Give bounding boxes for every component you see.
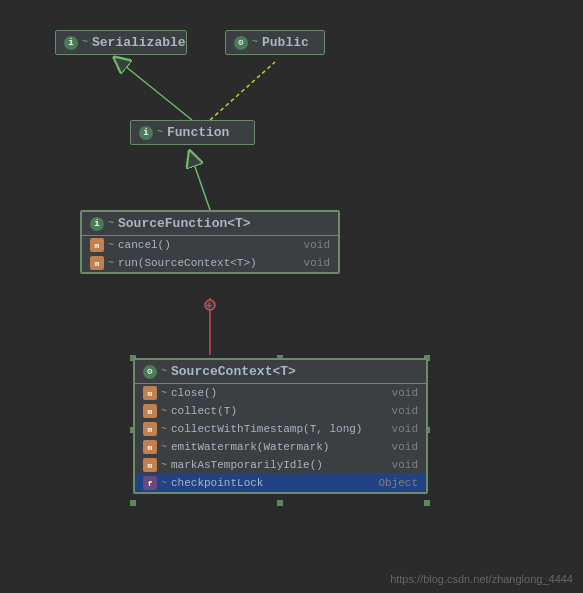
function-type-icon: i bbox=[139, 126, 153, 140]
sourcecontext-method-emit[interactable]: m ~ emitWatermark(Watermark) void bbox=[135, 438, 426, 456]
function-name: Function bbox=[167, 125, 229, 140]
sourcefunction-type-icon: i bbox=[90, 217, 104, 231]
diagram-container: + i ~ Serializable ⚙ ~ Public i ~ Functi… bbox=[0, 0, 583, 593]
sourcefunction-method-cancel[interactable]: m ~ cancel() void bbox=[82, 236, 338, 254]
function-header: i ~ Function bbox=[131, 121, 254, 144]
svg-point-6 bbox=[205, 300, 215, 310]
collectts-vis-icon: ~ bbox=[161, 424, 167, 435]
sourcefunction-header: i ~ SourceFunction<T> bbox=[82, 212, 338, 236]
svg-line-3 bbox=[210, 62, 275, 120]
checkpoint-field-name: checkpointLock bbox=[171, 477, 374, 489]
sourcefunction-vis-icon: ~ bbox=[108, 218, 114, 229]
serializable-vis-icon: ~ bbox=[82, 37, 88, 48]
close-vis-icon: ~ bbox=[161, 388, 167, 399]
function-class: i ~ Function bbox=[130, 120, 255, 145]
sourcecontext-method-collectts[interactable]: m ~ collectWithTimestamp(T, long) void bbox=[135, 420, 426, 438]
collectts-method-name: collectWithTimestamp(T, long) bbox=[171, 423, 388, 435]
serializable-name: Serializable bbox=[92, 35, 186, 50]
svg-line-2 bbox=[120, 62, 192, 120]
connections-svg: + bbox=[0, 0, 583, 593]
sourcecontext-name: SourceContext<T> bbox=[171, 364, 296, 379]
sourcefunction-name: SourceFunction<T> bbox=[118, 216, 251, 231]
emit-vis-icon: ~ bbox=[161, 442, 167, 453]
serializable-class: i ~ Serializable bbox=[55, 30, 187, 55]
close-method-type: void bbox=[392, 387, 418, 399]
watermark: https://blog.csdn.net/zhanglong_4444 bbox=[390, 573, 573, 585]
checkpoint-vis-icon: ~ bbox=[161, 478, 167, 489]
sourcecontext-header: ⚙ ~ SourceContext<T> bbox=[135, 360, 426, 384]
mark-vis-icon: ~ bbox=[161, 460, 167, 471]
mark-method-name: markAsTemporarilyIdle() bbox=[171, 459, 388, 471]
sourcecontext-vis-icon: ~ bbox=[161, 366, 167, 377]
cancel-method-name: cancel() bbox=[118, 239, 300, 251]
serializable-type-icon: i bbox=[64, 36, 78, 50]
sourcefunction-method-run[interactable]: m ~ run(SourceContext<T>) void bbox=[82, 254, 338, 272]
run-method-icon: m bbox=[90, 256, 104, 270]
sourcecontext-method-collect[interactable]: m ~ collect(T) void bbox=[135, 402, 426, 420]
collect-method-icon: m bbox=[143, 404, 157, 418]
public-type-icon: ⚙ bbox=[234, 36, 248, 50]
collect-vis-icon: ~ bbox=[161, 406, 167, 417]
run-method-type: void bbox=[304, 257, 330, 269]
public-header: ⚙ ~ Public bbox=[226, 31, 324, 54]
collectts-method-icon: m bbox=[143, 422, 157, 436]
cancel-vis-icon: ~ bbox=[108, 240, 114, 251]
collectts-method-type: void bbox=[392, 423, 418, 435]
checkpoint-field-type: Object bbox=[378, 477, 418, 489]
sourcecontext-method-close[interactable]: m ~ close() void bbox=[135, 384, 426, 402]
run-vis-icon: ~ bbox=[108, 258, 114, 269]
public-name: Public bbox=[262, 35, 309, 50]
emit-method-icon: m bbox=[143, 440, 157, 454]
emit-method-type: void bbox=[392, 441, 418, 453]
emit-method-name: emitWatermark(Watermark) bbox=[171, 441, 388, 453]
sourcecontext-type-icon: ⚙ bbox=[143, 365, 157, 379]
serializable-header: i ~ Serializable bbox=[56, 31, 186, 54]
svg-line-4 bbox=[192, 158, 210, 210]
checkpoint-field-icon: f bbox=[143, 476, 157, 490]
sourcecontext-method-mark[interactable]: m ~ markAsTemporarilyIdle() void bbox=[135, 456, 426, 474]
sourcecontext-class: ⚙ ~ SourceContext<T> m ~ close() void m … bbox=[133, 358, 428, 494]
collect-method-type: void bbox=[392, 405, 418, 417]
svg-rect-11 bbox=[130, 500, 136, 506]
sourcefunction-class: i ~ SourceFunction<T> m ~ cancel() void … bbox=[80, 210, 340, 274]
function-vis-icon: ~ bbox=[157, 127, 163, 138]
collect-method-name: collect(T) bbox=[171, 405, 388, 417]
public-class: ⚙ ~ Public bbox=[225, 30, 325, 55]
close-method-icon: m bbox=[143, 386, 157, 400]
svg-text:+: + bbox=[206, 301, 212, 312]
svg-rect-12 bbox=[424, 500, 430, 506]
public-vis-icon: ~ bbox=[252, 37, 258, 48]
mark-method-icon: m bbox=[143, 458, 157, 472]
mark-method-type: void bbox=[392, 459, 418, 471]
sourcecontext-field-checkpointlock[interactable]: f ~ checkpointLock Object bbox=[135, 474, 426, 492]
cancel-method-type: void bbox=[304, 239, 330, 251]
svg-rect-13 bbox=[277, 500, 283, 506]
run-method-name: run(SourceContext<T>) bbox=[118, 257, 300, 269]
close-method-name: close() bbox=[171, 387, 388, 399]
cancel-method-icon: m bbox=[90, 238, 104, 252]
